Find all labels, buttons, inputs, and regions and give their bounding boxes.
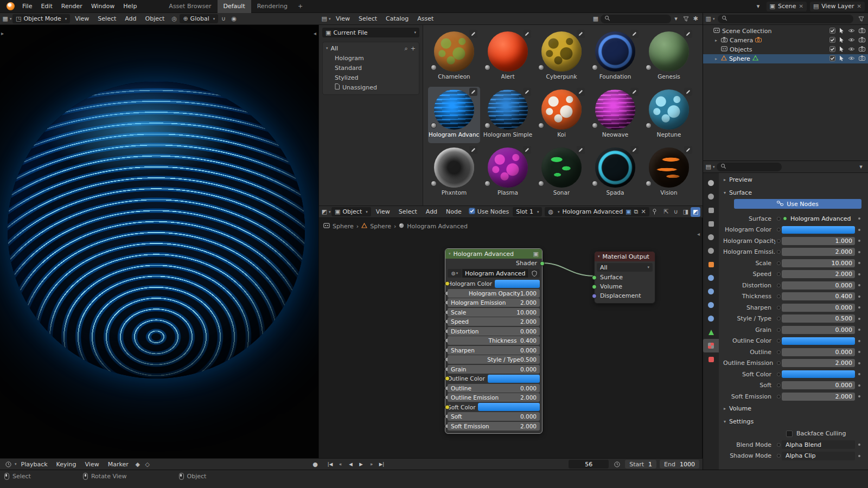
node-preview-icon[interactable]: ▣ — [533, 251, 539, 258]
animate-decorator-dot[interactable] — [855, 329, 864, 331]
input-socket[interactable] — [445, 281, 450, 286]
toolbar-expand-icon[interactable]: ▸ — [1, 30, 4, 36]
hide-viewport-toggle-eye-icon[interactable] — [848, 37, 855, 44]
properties-tab-world[interactable] — [703, 244, 719, 258]
panel-preview[interactable]: ▸Preview — [719, 173, 868, 186]
proportional-edit-icon[interactable]: ◉ — [229, 14, 239, 24]
shader-sidebar-collapse-icon[interactable]: ◂ — [697, 231, 700, 237]
node-input-speed[interactable]: Speed2.000 — [448, 317, 540, 326]
properties-tab-data[interactable] — [703, 325, 719, 339]
editor-type-outliner-icon[interactable]: ▥▾ — [705, 14, 715, 24]
node-input-hologram-opacity[interactable]: Hologram Opacity1.000 — [448, 289, 540, 298]
properties-options-icon[interactable]: ▾ — [856, 162, 866, 172]
checkbox-toggle-check-icon[interactable] — [829, 46, 835, 54]
menu-object[interactable]: Object — [141, 15, 169, 22]
value-slider[interactable]: 0.000 — [782, 381, 855, 389]
outliner-row-camera[interactable]: ▸Camera — [703, 36, 868, 45]
color-swatch[interactable] — [782, 337, 855, 345]
keying-delete-icon[interactable]: ◇ — [143, 459, 152, 469]
value-slider[interactable]: Grain0.000 — [448, 365, 540, 374]
edit-asset-icon[interactable] — [684, 146, 692, 154]
catalog-item-stylized[interactable]: Stylized — [323, 73, 419, 82]
menu-catalog[interactable]: Catalog — [381, 15, 413, 22]
animate-decorator-dot[interactable] — [855, 340, 864, 342]
editor-type-timeline-icon[interactable] — [3, 459, 13, 469]
menu-help[interactable]: Help — [119, 3, 141, 10]
node-input-soft[interactable]: Soft0.000 — [448, 412, 540, 421]
animate-decorator-dot[interactable] — [855, 240, 864, 242]
value-slider[interactable]: 0.000 — [782, 348, 855, 356]
color-swatch[interactable] — [488, 375, 540, 383]
animate-decorator-dot[interactable] — [855, 373, 864, 375]
transform-pivot-icon[interactable]: ◎ — [169, 14, 179, 24]
material-name-field[interactable]: Hologram Advanced — [462, 269, 528, 278]
node-tree-icon[interactable]: ▣ — [626, 208, 631, 215]
asset-tile-sonar[interactable]: Sonar — [535, 145, 588, 201]
panel-volume[interactable]: ▸Volume — [719, 402, 868, 415]
menu-file[interactable]: File — [18, 3, 36, 10]
value-slider[interactable]: Sharpen0.000 — [448, 346, 540, 355]
properties-tab-constraints[interactable] — [703, 312, 719, 325]
value-slider[interactable]: 2.000 — [782, 359, 855, 367]
node-input-hologram-emission[interactable]: Hologram Emission2.000 — [448, 298, 540, 307]
asset-tile-hologram-advanced[interactable]: Hologram Advanced — [428, 87, 480, 143]
value-slider[interactable]: Thickness0.400 — [448, 336, 540, 345]
edit-asset-icon[interactable] — [684, 30, 692, 38]
animate-decorator-dot[interactable] — [855, 395, 864, 397]
properties-tab-material[interactable] — [703, 339, 719, 352]
animate-decorator-dot[interactable] — [855, 262, 864, 264]
value-slider[interactable]: Speed2.000 — [448, 317, 540, 326]
frame-start-field[interactable]: Start 1 — [625, 460, 656, 468]
menu-marker[interactable]: Marker — [104, 461, 133, 468]
node-header[interactable]: ▾ Material Output — [595, 252, 655, 261]
jump-next-keyframe-button[interactable]: » — [367, 460, 376, 468]
color-swatch[interactable] — [782, 370, 855, 378]
filter-dropdown-icon[interactable]: ▾ — [671, 14, 681, 24]
menu-keying[interactable]: Keying — [52, 461, 81, 468]
menu-select[interactable]: Select — [93, 15, 120, 22]
value-slider[interactable]: Outline Emission2.000 — [448, 393, 540, 402]
selectable-toggle-cursor-icon[interactable] — [839, 28, 844, 35]
asset-tile-vision[interactable]: Vision — [643, 145, 695, 201]
mode-dropdown[interactable]: ◳ Object Mode▾ — [12, 14, 70, 23]
asset-tile-spada[interactable]: Spada — [589, 145, 641, 201]
asset-tile-neowave[interactable]: Neowave — [589, 87, 641, 143]
asset-tile-chameleon[interactable]: Chameleon — [428, 29, 480, 85]
panel-settings[interactable]: ▾Settings — [719, 415, 868, 428]
node-input-outline-color[interactable]: Outline Color — [448, 374, 540, 383]
edit-asset-icon[interactable] — [577, 146, 585, 154]
blend-mode-dropdown[interactable]: Alpha Blend — [782, 440, 855, 449]
menu-view[interactable]: View — [331, 15, 354, 22]
edit-asset-icon[interactable] — [577, 88, 585, 96]
menu-edit[interactable]: Edit — [36, 3, 56, 10]
use-nodes-button[interactable]: Use Nodes — [734, 199, 861, 209]
value-slider[interactable]: 0.400 — [782, 292, 855, 300]
expand-arrow-icon[interactable]: ▸ — [713, 56, 719, 61]
breadcrumb-item[interactable]: Sphere — [333, 223, 354, 230]
node-input-soft-color[interactable]: Soft Color — [448, 403, 540, 412]
asset-tile-neptune[interactable]: Neptune — [643, 87, 695, 143]
node-input-outline[interactable]: Outline0.000 — [448, 384, 540, 393]
animate-decorator-dot[interactable] — [855, 296, 864, 298]
value-slider[interactable]: Style / Type0.500 — [448, 355, 540, 364]
workspace-tab-asset-browser[interactable]: Asset Browser — [163, 0, 217, 13]
hide-render-toggle-camera-icon[interactable] — [859, 37, 865, 44]
edit-asset-icon[interactable] — [469, 30, 477, 38]
asset-tile-koi[interactable]: Koi — [535, 87, 588, 143]
edit-asset-icon[interactable] — [577, 30, 585, 38]
properties-tab-modifiers[interactable] — [703, 271, 719, 285]
animate-decorator-dot[interactable] — [855, 217, 864, 220]
selectable-toggle-cursor-icon[interactable] — [839, 55, 844, 63]
properties-tab-object[interactable] — [703, 258, 719, 271]
edit-asset-icon[interactable] — [469, 146, 477, 154]
edit-asset-icon[interactable] — [523, 146, 531, 154]
value-slider[interactable]: Hologram Emission2.000 — [448, 298, 540, 307]
asset-search-input[interactable] — [601, 15, 671, 23]
view-layer-unlink-icon[interactable]: ✕ — [857, 3, 861, 9]
scene-selector[interactable]: ▣ Scene ✕ — [767, 2, 807, 11]
edit-asset-icon[interactable] — [469, 88, 477, 96]
scene-unlink-icon[interactable]: ✕ — [799, 3, 803, 9]
input-socket[interactable] — [592, 275, 597, 280]
menu-view[interactable]: View — [372, 208, 394, 215]
node-header[interactable]: ▾ Hologram Advanced ▣ — [445, 249, 542, 259]
